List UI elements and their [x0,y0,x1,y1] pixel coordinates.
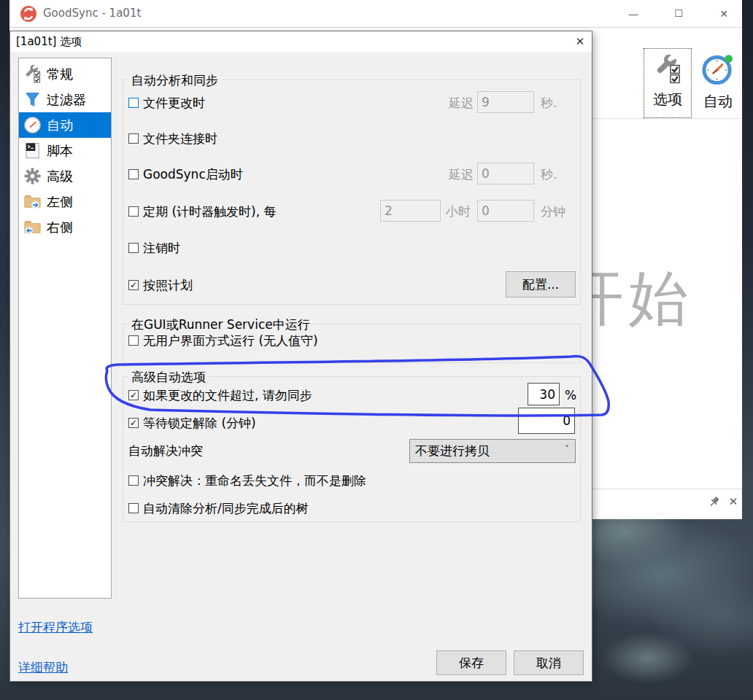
label-delay-2: 延迟 [449,166,474,182]
group-run-in-title: 在GUI或Runner Service中运行 [128,316,314,333]
clock-green-dot-icon [702,54,734,86]
checkbox-on-schedule[interactable] [128,280,139,290]
label-seconds-1: 秒. [541,95,557,111]
wrench-checks-icon [23,65,42,83]
sidebar-label: 脚本 [47,138,73,163]
wrench-checks-icon [653,55,682,84]
sidebar-item-left-side[interactable]: 左侧 [19,189,111,214]
sidebar-item-filter[interactable]: 过滤器 [19,87,111,112]
configure-button[interactable]: 配置... [506,271,576,298]
main-window-titlebar: GoodSync - 1a01t — ☐ ✕ [9,0,742,28]
goodsync-logo [20,6,36,22]
script-icon [23,141,42,160]
toolbar-auto-label: 自动 [696,92,740,112]
label-on-goodsync-start: GoodSync启动时 [143,166,243,182]
sidebar-item-auto[interactable]: 自动 [19,112,111,138]
clock-icon [23,116,42,134]
dialog-header: [1a01t] 选项 ✕ [10,31,592,52]
sidebar-item-right-side[interactable]: 右侧 [19,214,111,240]
label-periodic: 定期 (计时器触发时), 每 [143,203,276,219]
label-wait-unlock: 等待锁定解除 (分钟) [143,415,256,431]
panel-close-icon[interactable]: ✕ [726,494,741,509]
cancel-button[interactable]: 取消 [514,650,584,675]
dialog-close-button[interactable]: ✕ [571,34,589,50]
label-conflict-rename: 冲突解决：重命名丢失文件，而不是删除 [143,472,366,489]
label-skip-if-changed: 如果更改的文件超过, 请勿同步 [143,387,312,403]
input-delay-start[interactable] [477,163,534,184]
open-program-options-link[interactable]: 打开程序选项 [18,619,93,636]
sidebar-item-advanced[interactable]: 高级 [19,163,111,189]
label-auto-clear: 自动清除分析/同步完成后的树 [143,500,309,516]
label-auto-resolve: 自动解决冲突 [128,443,203,459]
save-button[interactable]: 保存 [436,650,506,675]
sidebar-label: 自动 [47,112,73,138]
auto-resolve-dropdown[interactable]: 不要进行拷贝 ˅ [409,439,576,463]
label-on-schedule: 按照计划 [143,277,193,293]
checkbox-conflict-rename[interactable] [128,475,139,486]
checkbox-skip-if-changed[interactable] [128,390,139,400]
pin-icon[interactable] [707,494,722,509]
checkbox-periodic[interactable] [128,206,139,217]
gear-icon [23,167,42,185]
toolbar-auto-button[interactable]: 自动 [696,50,740,117]
dialog-sidebar: 常规 过滤器 自动 [18,58,112,599]
window-close-button[interactable]: ✕ [713,6,735,22]
maximize-button[interactable]: ☐ [668,6,690,22]
options-dialog: [1a01t] 选项 ✕ 常规 过滤器 [9,31,592,682]
sidebar-item-general[interactable]: 常规 [19,61,111,87]
sidebar-label: 高级 [47,163,73,189]
label-unattended: 无用户界面方式运行 (无人值守) [143,332,318,349]
label-seconds-2: 秒. [541,166,557,182]
dialog-title: [1a01t] 选项 [16,35,82,49]
sidebar-label: 左侧 [47,189,73,214]
sidebar-item-script[interactable]: 脚本 [19,138,111,163]
checkbox-unattended[interactable] [128,335,139,346]
sidebar-label: 右侧 [47,214,73,240]
desktop: GoodSync - 1a01t — ☐ ✕ 选项 [0,0,753,700]
label-delay-1: 延迟 [449,95,474,111]
label-hours: 小时 [446,203,471,219]
group-advanced-auto-title: 高级自动选项 [128,369,209,386]
input-periodic-minutes[interactable] [477,200,534,222]
group-auto-sync-title: 自动分析和同步 [128,72,222,89]
label-percent: % [565,387,576,403]
checkbox-on-goodsync-start[interactable] [128,169,139,179]
label-minutes: 分钟 [541,203,565,219]
input-delay-file-change[interactable] [477,91,534,113]
checkbox-on-file-change[interactable] [128,98,139,108]
toolbar-options-label: 选项 [644,90,691,109]
chevron-down-icon: ˅ [565,444,569,454]
sidebar-label: 常规 [47,61,73,87]
folder-arrow-right-icon [23,192,42,211]
input-wait-unlock-minutes[interactable] [518,408,575,434]
auto-resolve-selected: 不要进行拷贝 [415,443,490,459]
label-on-folder-connect: 文件夹连接时 [143,131,217,147]
input-skip-percent[interactable] [528,383,560,405]
folder-arrow-left-icon [23,218,42,236]
checkbox-wait-unlock[interactable] [128,418,139,428]
input-periodic-hours[interactable] [380,200,441,222]
label-on-file-change: 文件更改时 [143,95,205,111]
toolbar-options-button[interactable]: 选项 [644,48,692,118]
filter-icon [23,90,42,109]
label-on-logoff: 注销时 [143,240,180,256]
window-title: GoodSync - 1a01t [43,7,141,20]
detailed-help-link[interactable]: 详细帮助 [18,659,68,676]
sidebar-label: 过滤器 [47,87,86,112]
checkbox-on-folder-connect[interactable] [128,133,139,144]
checkbox-auto-clear[interactable] [128,503,139,513]
minimize-button[interactable]: — [622,6,644,22]
checkbox-on-logoff[interactable] [128,243,139,253]
